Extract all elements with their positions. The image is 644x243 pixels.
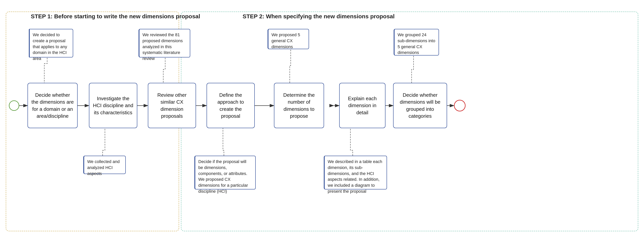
diagram-container: STEP 1: Before starting to write the new…: [0, 0, 644, 243]
process-box-4: Define the approach to create the propos…: [206, 83, 255, 128]
start-circle: [9, 100, 19, 111]
note-top-3: We proposed 5 general CX dimensions: [268, 29, 309, 49]
note-bottom-2: Decide if the proposal will be dimension…: [194, 156, 256, 189]
process-box-5: Determine the number of dimensions to pr…: [274, 83, 324, 128]
process-box-1: Decide whether the dimensions are for a …: [28, 83, 78, 128]
process-box-7: Decide whether dimensions will be groupe…: [393, 83, 447, 128]
step2-label: STEP 2: When specifying the new dimensio…: [242, 13, 395, 20]
process-box-6: Explain each dimension in detail: [339, 83, 386, 128]
note-top-4: We grouped 24 sub-dimensions into 5 gene…: [394, 29, 439, 56]
note-bottom-1: We collected and analyzed HCI aspects: [83, 156, 126, 174]
process-box-2: Investigate the HCI discipline and its c…: [89, 83, 137, 128]
process-box-3: Review other similar CX dimension propos…: [148, 83, 196, 128]
end-circle: [454, 100, 466, 111]
step1-label: STEP 1: Before starting to write the new…: [31, 13, 200, 20]
note-top-2: We reviewed the 81 proposed dimensions a…: [138, 29, 190, 57]
note-top-1: We decided to create a proposal that app…: [29, 29, 73, 57]
note-bottom-3: We described in a table each dimension, …: [324, 156, 387, 189]
